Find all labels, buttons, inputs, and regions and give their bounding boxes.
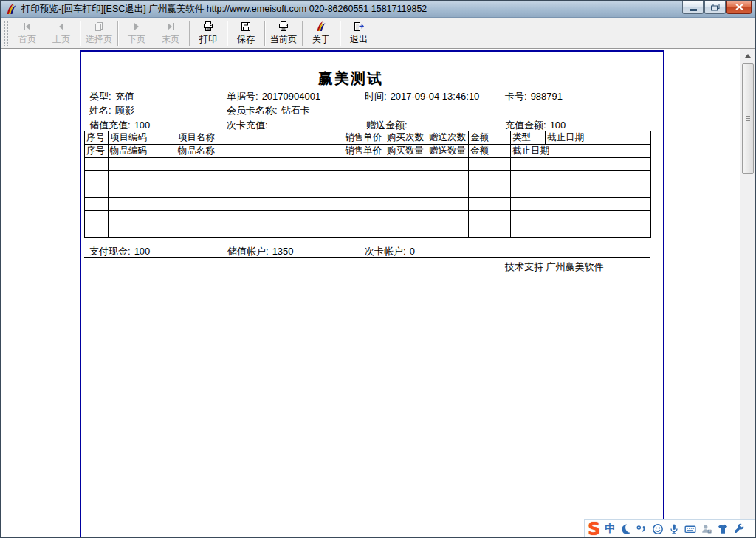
about-button[interactable]: 关于 xyxy=(304,18,338,47)
toolbar-button-label: 打印 xyxy=(199,33,217,46)
exit-icon xyxy=(353,21,365,32)
items-table: 序号 项目编码 项目名称 销售单价 购买次数 赠送次数 金额 类型 截止日期 序… xyxy=(84,131,651,238)
vertical-scrollbar[interactable] xyxy=(740,49,755,537)
field-label: 时间: xyxy=(365,91,387,102)
empty-cell xyxy=(85,184,109,198)
close-icon xyxy=(735,4,743,10)
empty-cell xyxy=(109,184,176,198)
field-value: 100 xyxy=(550,120,566,131)
empty-cell xyxy=(343,158,385,171)
toolbar-button-label: 当前页 xyxy=(270,33,297,46)
titlebar: 打印预览-[回车打印][ESC退出] 广州赢美软件 http://www.eme… xyxy=(1,1,755,18)
header-cell: 金额 xyxy=(469,131,511,145)
empty-cell xyxy=(176,184,343,198)
first-page-button[interactable]: 首页 xyxy=(10,18,44,47)
punctuation-icon[interactable] xyxy=(636,523,647,535)
app-feather-icon xyxy=(5,3,18,15)
prev-page-button[interactable]: 上页 xyxy=(44,18,78,47)
toolbar-gripper[interactable] xyxy=(3,21,8,46)
empty-cell xyxy=(511,224,651,238)
print-button[interactable]: 打印 xyxy=(191,18,225,47)
chinese-english-toggle-icon[interactable]: 中 xyxy=(605,523,615,536)
empty-cell xyxy=(176,198,343,211)
field-value: 钻石卡 xyxy=(281,105,310,116)
empty-cell xyxy=(427,211,469,224)
header-cell: 金额 xyxy=(469,145,511,158)
microphone-icon[interactable] xyxy=(668,523,680,535)
toolbox-wrench-icon[interactable] xyxy=(733,523,745,535)
empty-cell xyxy=(469,171,511,184)
scroll-up-icon xyxy=(745,54,751,58)
toolbar: 首页 上页 选择页 下页 末页 xyxy=(1,18,755,49)
fullwidth-halfwidth-moon-icon[interactable] xyxy=(619,523,631,535)
empty-cell xyxy=(385,211,427,224)
sogou-logo-icon[interactable]: S xyxy=(588,521,600,537)
emoji-icon[interactable] xyxy=(652,523,664,535)
ime-toolbar: S 中 2 xyxy=(584,519,756,538)
empty-cell xyxy=(385,158,427,171)
toolbar-separator xyxy=(264,21,265,46)
table-empty-row xyxy=(85,211,651,224)
toolbar-separator xyxy=(340,21,340,46)
field-value: 顾影 xyxy=(115,105,134,116)
empty-cell xyxy=(427,224,469,238)
header-cell: 序号 xyxy=(85,131,109,145)
maximize-button[interactable] xyxy=(704,1,726,14)
empty-cell xyxy=(469,158,511,171)
preview-area: 赢美测试 类型:充值 单据号:20170904001 时间:2017-09-04… xyxy=(1,49,755,537)
toolbar-button-label: 选择页 xyxy=(86,33,112,46)
empty-cell xyxy=(511,158,651,171)
header-cell: 类型 xyxy=(511,131,546,145)
header-cell: 项目名称 xyxy=(176,131,343,145)
print-current-page-button[interactable]: 当前页 xyxy=(267,18,300,47)
empty-cell xyxy=(469,211,511,224)
field-label: 赠送金额: xyxy=(366,120,408,131)
empty-cell xyxy=(511,198,651,211)
empty-cell xyxy=(511,211,651,224)
table-empty-row xyxy=(85,184,651,198)
receipt-document: 赢美测试 类型:充值 单据号:20170904001 时间:2017-09-04… xyxy=(81,52,663,537)
exit-button[interactable]: 退出 xyxy=(342,18,376,47)
window-title: 打印预览-[回车打印][ESC退出] 广州赢美软件 http://www.eme… xyxy=(21,3,427,15)
last-page-button[interactable]: 末页 xyxy=(154,18,188,47)
empty-cell xyxy=(109,211,176,224)
header-cell: 项目编码 xyxy=(109,131,176,145)
empty-cell xyxy=(427,171,469,184)
first-page-icon xyxy=(21,21,33,32)
field-value: 20170904001 xyxy=(262,91,321,102)
field-value: 988791 xyxy=(531,91,563,102)
empty-cell xyxy=(511,184,651,198)
empty-cell xyxy=(109,198,176,211)
next-page-button[interactable]: 下页 xyxy=(120,18,154,47)
toolbar-button-label: 关于 xyxy=(312,33,330,46)
soft-keyboard-icon[interactable] xyxy=(684,523,696,535)
account-icon[interactable]: 2 xyxy=(701,523,712,535)
next-page-icon xyxy=(131,21,142,32)
minimize-button[interactable] xyxy=(682,1,704,14)
field-label: 会员卡名称: xyxy=(227,105,278,116)
empty-cell xyxy=(343,211,385,224)
field-value: 1350 xyxy=(272,246,294,257)
field-value: 0 xyxy=(410,246,415,257)
empty-cell xyxy=(343,171,385,184)
field-label: 类型: xyxy=(89,91,111,102)
header-cell: 截止日期 xyxy=(546,131,651,145)
empty-cell xyxy=(427,158,469,171)
field-value: 100 xyxy=(134,246,151,257)
scrollbar-thumb[interactable] xyxy=(742,63,754,174)
skin-icon[interactable] xyxy=(717,523,729,535)
receipt-title: 赢美测试 xyxy=(81,69,620,89)
toolbar-button-label: 末页 xyxy=(162,33,179,46)
table-empty-row xyxy=(85,171,651,184)
toolbar-button-label: 首页 xyxy=(18,33,36,46)
toolbar-separator xyxy=(80,21,80,46)
document-page: 赢美测试 类型:充值 单据号:20170904001 时间:2017-09-04… xyxy=(80,50,664,537)
empty-cell xyxy=(85,224,109,238)
save-button[interactable]: 保存 xyxy=(229,18,263,47)
scrollbar-up-button[interactable] xyxy=(740,49,755,62)
close-button[interactable] xyxy=(726,1,752,14)
footer-divider xyxy=(84,257,650,258)
select-page-button[interactable]: 选择页 xyxy=(82,18,116,47)
field-label: 次卡帐户: xyxy=(365,246,406,257)
table-empty-row xyxy=(85,224,651,238)
